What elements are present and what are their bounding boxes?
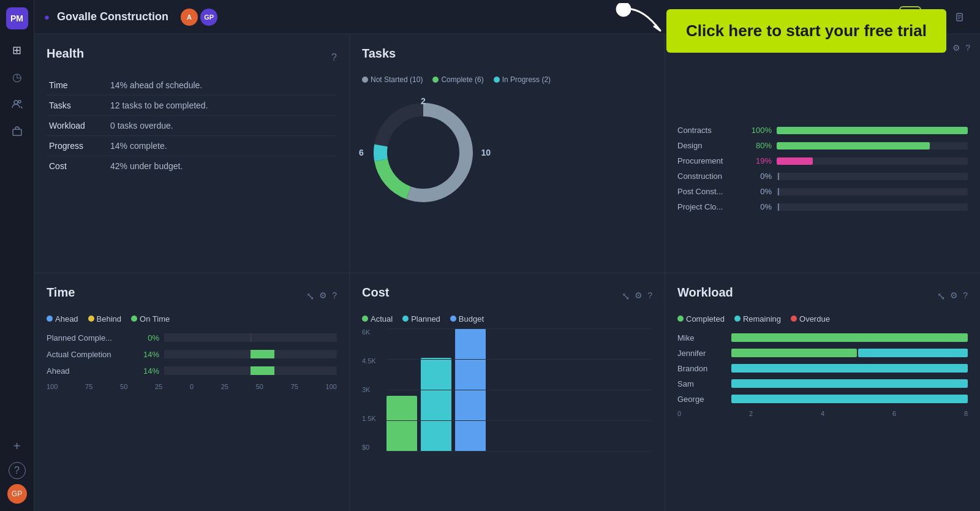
workload-help-icon[interactable]: ?: [963, 290, 968, 302]
cost-legend-label: Actual: [371, 314, 393, 324]
sidebar-help-button[interactable]: ?: [9, 462, 26, 479]
tasks-detail-panel: Contracts 100% Design 80% Procurement 19…: [665, 34, 980, 273]
tasks-right-icons: ⚙ ?: [952, 43, 970, 53]
task-bar-marker: [778, 203, 779, 211]
workload-legend-item: Remaining: [734, 314, 781, 324]
task-bar-row: Contracts 100%: [677, 126, 968, 135]
workload-legend-item: Completed: [677, 314, 725, 324]
workload-row: Brandon: [677, 364, 968, 373]
legend-label: Complete (6): [441, 75, 483, 84]
cost-legend: ActualPlannedBudget: [362, 314, 652, 324]
workload-person-name: Jennifer: [677, 349, 726, 358]
cost-bar-actual: [386, 396, 417, 451]
sidebar-item-portfolio[interactable]: [6, 120, 28, 142]
workload-panel: Workload ⤡ ⚙ ? CompletedRemainingOverdue…: [665, 273, 980, 512]
avatar-a[interactable]: A: [181, 9, 198, 26]
cost-panel: Cost ⤡ ⚙ ? ActualPlannedBudget 6K4.5K3K1…: [350, 273, 665, 512]
task-bar-fill: [777, 157, 813, 165]
tasks-help-icon[interactable]: ?: [965, 43, 970, 53]
task-bar-fill: [777, 127, 968, 134]
cost-bar-planned: [421, 358, 451, 451]
workload-bar-group: [731, 395, 968, 403]
time-help-icon[interactable]: ?: [332, 290, 337, 302]
svg-point-1: [18, 100, 21, 103]
cost-help-icon[interactable]: ?: [647, 290, 652, 302]
sidebar-item-people[interactable]: [6, 93, 28, 115]
cta-box[interactable]: Click here to start your free trial: [666, 9, 946, 53]
task-bar-track: [777, 142, 968, 150]
time-expand-icon[interactable]: ⤡: [306, 290, 314, 302]
time-legend-item: On Time: [131, 314, 170, 324]
cost-legend-label: Budget: [459, 314, 484, 324]
time-legend-item: Ahead: [47, 314, 78, 324]
cost-legend-dot: [362, 316, 368, 322]
cost-legend-item: Actual: [362, 314, 393, 324]
cost-legend-dot: [450, 316, 456, 322]
svg-point-0: [14, 100, 18, 104]
workload-bar-group: [731, 364, 968, 373]
cost-expand-icon[interactable]: ⤡: [622, 290, 630, 302]
task-bar-pct: 0%: [750, 187, 772, 196]
workload-legend-label: Completed: [686, 314, 725, 324]
legend-dot: [432, 77, 439, 83]
task-bar-pct: 100%: [750, 126, 772, 135]
task-bar-pct: 19%: [750, 156, 772, 165]
health-help-icon[interactable]: ?: [331, 52, 337, 63]
time-title: Time: [47, 286, 75, 300]
health-row-label: Tasks: [47, 96, 108, 116]
header-title: Govalle Construction: [57, 10, 168, 23]
health-panel: Health ? Time14% ahead of schedule.Tasks…: [34, 34, 349, 273]
tasks-legend-item: Not Started (10): [362, 75, 423, 84]
task-bar-track: [777, 173, 968, 180]
tasks-legend-item: Complete (6): [432, 75, 483, 84]
sidebar-item-home[interactable]: ⊞: [6, 39, 28, 61]
health-table: Time14% ahead of schedule.Tasks12 tasks …: [47, 75, 337, 176]
health-row: Time14% ahead of schedule.: [47, 75, 337, 96]
cost-gear-icon[interactable]: ⚙: [635, 290, 643, 302]
task-bar-pct: 0%: [750, 202, 772, 211]
tasks-legend-item: In Progress (2): [494, 75, 551, 84]
time-legend: AheadBehindOn Time: [47, 314, 337, 324]
legend-label: In Progress (2): [502, 75, 551, 84]
cost-bar-budget: [455, 328, 486, 451]
time-gear-icon[interactable]: ⚙: [319, 290, 327, 302]
sidebar-user-avatar[interactable]: GP: [7, 484, 27, 504]
avatar-gp[interactable]: GP: [200, 9, 217, 26]
workload-panel-header: Workload ⤡ ⚙ ?: [677, 286, 968, 307]
time-row-label: Planned Comple...: [47, 333, 132, 343]
cta-container[interactable]: Click here to start your free trial: [666, 9, 946, 53]
tasks-gear-icon[interactable]: ⚙: [952, 43, 960, 53]
workload-person-name: Mike: [677, 333, 726, 343]
tasks-panel-header: Tasks: [362, 47, 652, 68]
workload-bar-group: [731, 379, 968, 388]
donut-label-left: 6: [359, 148, 364, 157]
workload-completed-bar: [731, 333, 968, 342]
sidebar-add-button[interactable]: +: [6, 435, 28, 457]
time-panel-icons: ⤡ ⚙ ?: [306, 290, 337, 302]
time-bar-fill: [251, 366, 274, 375]
legend-label: Not Started (10): [371, 75, 423, 84]
workload-legend-dot: [734, 316, 741, 322]
health-row: Workload0 tasks overdue.: [47, 116, 337, 136]
workload-xaxis: 02468: [677, 410, 968, 417]
donut-label-top: 2: [421, 96, 426, 106]
sidebar-item-time[interactable]: ◷: [6, 66, 28, 88]
workload-row: Jennifer: [677, 349, 968, 358]
time-row: Planned Comple... 0%: [47, 333, 337, 343]
time-row-pct: 14%: [137, 366, 159, 376]
time-row-label: Ahead: [47, 366, 132, 376]
health-row: Cost42% under budget.: [47, 156, 337, 176]
health-row-value: 14% complete.: [108, 136, 337, 156]
health-row-value: 14% ahead of schedule.: [108, 75, 337, 96]
workload-expand-icon[interactable]: ⤡: [937, 290, 945, 302]
workload-remaining-bar: [731, 364, 968, 373]
time-axis: 1007550250 255075100: [47, 383, 337, 390]
health-row-label: Workload: [47, 116, 108, 136]
time-legend-label: Behind: [97, 314, 121, 324]
workload-gear-icon[interactable]: ⚙: [950, 290, 958, 302]
time-legend-dot: [47, 316, 53, 322]
doc-view-button[interactable]: [948, 6, 970, 28]
health-row: Progress14% complete.: [47, 136, 337, 156]
workload-row: Mike: [677, 333, 968, 343]
sidebar-logo[interactable]: PM: [6, 7, 28, 29]
